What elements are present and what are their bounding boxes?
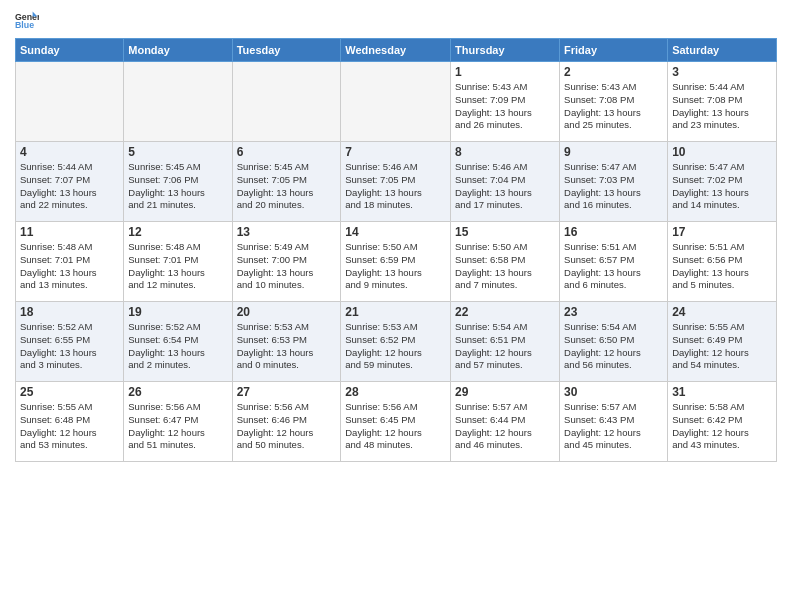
calendar-cell: 1Sunrise: 5:43 AM Sunset: 7:09 PM Daylig… bbox=[451, 62, 560, 142]
day-number: 21 bbox=[345, 305, 446, 319]
calendar-cell: 31Sunrise: 5:58 AM Sunset: 6:42 PM Dayli… bbox=[668, 382, 777, 462]
header: General Blue bbox=[15, 10, 777, 30]
day-info: Sunrise: 5:43 AM Sunset: 7:09 PM Dayligh… bbox=[455, 81, 555, 132]
calendar-week-1: 1Sunrise: 5:43 AM Sunset: 7:09 PM Daylig… bbox=[16, 62, 777, 142]
calendar-cell: 10Sunrise: 5:47 AM Sunset: 7:02 PM Dayli… bbox=[668, 142, 777, 222]
calendar-cell: 6Sunrise: 5:45 AM Sunset: 7:05 PM Daylig… bbox=[232, 142, 341, 222]
calendar-cell: 9Sunrise: 5:47 AM Sunset: 7:03 PM Daylig… bbox=[560, 142, 668, 222]
calendar-cell: 16Sunrise: 5:51 AM Sunset: 6:57 PM Dayli… bbox=[560, 222, 668, 302]
day-number: 17 bbox=[672, 225, 772, 239]
day-info: Sunrise: 5:45 AM Sunset: 7:05 PM Dayligh… bbox=[237, 161, 337, 212]
day-number: 9 bbox=[564, 145, 663, 159]
day-info: Sunrise: 5:52 AM Sunset: 6:54 PM Dayligh… bbox=[128, 321, 227, 372]
day-number: 18 bbox=[20, 305, 119, 319]
calendar-cell: 20Sunrise: 5:53 AM Sunset: 6:53 PM Dayli… bbox=[232, 302, 341, 382]
calendar-cell: 21Sunrise: 5:53 AM Sunset: 6:52 PM Dayli… bbox=[341, 302, 451, 382]
day-number: 28 bbox=[345, 385, 446, 399]
day-info: Sunrise: 5:55 AM Sunset: 6:49 PM Dayligh… bbox=[672, 321, 772, 372]
calendar-header-monday: Monday bbox=[124, 39, 232, 62]
day-info: Sunrise: 5:44 AM Sunset: 7:07 PM Dayligh… bbox=[20, 161, 119, 212]
calendar-header-thursday: Thursday bbox=[451, 39, 560, 62]
day-number: 31 bbox=[672, 385, 772, 399]
day-info: Sunrise: 5:56 AM Sunset: 6:47 PM Dayligh… bbox=[128, 401, 227, 452]
calendar-cell: 3Sunrise: 5:44 AM Sunset: 7:08 PM Daylig… bbox=[668, 62, 777, 142]
calendar-header-saturday: Saturday bbox=[668, 39, 777, 62]
day-number: 8 bbox=[455, 145, 555, 159]
calendar-cell: 7Sunrise: 5:46 AM Sunset: 7:05 PM Daylig… bbox=[341, 142, 451, 222]
day-number: 5 bbox=[128, 145, 227, 159]
day-number: 27 bbox=[237, 385, 337, 399]
calendar-header-row: SundayMondayTuesdayWednesdayThursdayFrid… bbox=[16, 39, 777, 62]
day-info: Sunrise: 5:48 AM Sunset: 7:01 PM Dayligh… bbox=[128, 241, 227, 292]
day-number: 23 bbox=[564, 305, 663, 319]
day-number: 20 bbox=[237, 305, 337, 319]
day-number: 29 bbox=[455, 385, 555, 399]
day-number: 15 bbox=[455, 225, 555, 239]
calendar-cell: 26Sunrise: 5:56 AM Sunset: 6:47 PM Dayli… bbox=[124, 382, 232, 462]
calendar-cell: 30Sunrise: 5:57 AM Sunset: 6:43 PM Dayli… bbox=[560, 382, 668, 462]
day-info: Sunrise: 5:49 AM Sunset: 7:00 PM Dayligh… bbox=[237, 241, 337, 292]
calendar-cell: 19Sunrise: 5:52 AM Sunset: 6:54 PM Dayli… bbox=[124, 302, 232, 382]
day-info: Sunrise: 5:54 AM Sunset: 6:50 PM Dayligh… bbox=[564, 321, 663, 372]
calendar-cell: 28Sunrise: 5:56 AM Sunset: 6:45 PM Dayli… bbox=[341, 382, 451, 462]
day-info: Sunrise: 5:57 AM Sunset: 6:44 PM Dayligh… bbox=[455, 401, 555, 452]
day-info: Sunrise: 5:47 AM Sunset: 7:02 PM Dayligh… bbox=[672, 161, 772, 212]
day-info: Sunrise: 5:47 AM Sunset: 7:03 PM Dayligh… bbox=[564, 161, 663, 212]
day-info: Sunrise: 5:52 AM Sunset: 6:55 PM Dayligh… bbox=[20, 321, 119, 372]
day-info: Sunrise: 5:46 AM Sunset: 7:05 PM Dayligh… bbox=[345, 161, 446, 212]
calendar-cell: 4Sunrise: 5:44 AM Sunset: 7:07 PM Daylig… bbox=[16, 142, 124, 222]
calendar-cell: 13Sunrise: 5:49 AM Sunset: 7:00 PM Dayli… bbox=[232, 222, 341, 302]
day-number: 19 bbox=[128, 305, 227, 319]
day-info: Sunrise: 5:55 AM Sunset: 6:48 PM Dayligh… bbox=[20, 401, 119, 452]
day-info: Sunrise: 5:51 AM Sunset: 6:57 PM Dayligh… bbox=[564, 241, 663, 292]
day-number: 13 bbox=[237, 225, 337, 239]
calendar-cell bbox=[124, 62, 232, 142]
day-number: 6 bbox=[237, 145, 337, 159]
calendar-cell: 27Sunrise: 5:56 AM Sunset: 6:46 PM Dayli… bbox=[232, 382, 341, 462]
day-number: 11 bbox=[20, 225, 119, 239]
day-number: 24 bbox=[672, 305, 772, 319]
calendar-week-2: 4Sunrise: 5:44 AM Sunset: 7:07 PM Daylig… bbox=[16, 142, 777, 222]
calendar-week-5: 25Sunrise: 5:55 AM Sunset: 6:48 PM Dayli… bbox=[16, 382, 777, 462]
calendar-cell: 24Sunrise: 5:55 AM Sunset: 6:49 PM Dayli… bbox=[668, 302, 777, 382]
day-info: Sunrise: 5:58 AM Sunset: 6:42 PM Dayligh… bbox=[672, 401, 772, 452]
calendar-cell: 12Sunrise: 5:48 AM Sunset: 7:01 PM Dayli… bbox=[124, 222, 232, 302]
calendar-cell: 25Sunrise: 5:55 AM Sunset: 6:48 PM Dayli… bbox=[16, 382, 124, 462]
calendar-week-3: 11Sunrise: 5:48 AM Sunset: 7:01 PM Dayli… bbox=[16, 222, 777, 302]
calendar-cell: 22Sunrise: 5:54 AM Sunset: 6:51 PM Dayli… bbox=[451, 302, 560, 382]
day-info: Sunrise: 5:43 AM Sunset: 7:08 PM Dayligh… bbox=[564, 81, 663, 132]
calendar-cell: 29Sunrise: 5:57 AM Sunset: 6:44 PM Dayli… bbox=[451, 382, 560, 462]
calendar-cell: 23Sunrise: 5:54 AM Sunset: 6:50 PM Dayli… bbox=[560, 302, 668, 382]
calendar-cell bbox=[341, 62, 451, 142]
calendar-table: SundayMondayTuesdayWednesdayThursdayFrid… bbox=[15, 38, 777, 462]
day-number: 7 bbox=[345, 145, 446, 159]
day-number: 12 bbox=[128, 225, 227, 239]
calendar-cell: 2Sunrise: 5:43 AM Sunset: 7:08 PM Daylig… bbox=[560, 62, 668, 142]
day-number: 22 bbox=[455, 305, 555, 319]
day-info: Sunrise: 5:56 AM Sunset: 6:45 PM Dayligh… bbox=[345, 401, 446, 452]
calendar-cell: 11Sunrise: 5:48 AM Sunset: 7:01 PM Dayli… bbox=[16, 222, 124, 302]
day-info: Sunrise: 5:48 AM Sunset: 7:01 PM Dayligh… bbox=[20, 241, 119, 292]
day-number: 26 bbox=[128, 385, 227, 399]
logo-icon: General Blue bbox=[15, 10, 39, 30]
day-info: Sunrise: 5:56 AM Sunset: 6:46 PM Dayligh… bbox=[237, 401, 337, 452]
day-info: Sunrise: 5:50 AM Sunset: 6:58 PM Dayligh… bbox=[455, 241, 555, 292]
calendar-cell: 14Sunrise: 5:50 AM Sunset: 6:59 PM Dayli… bbox=[341, 222, 451, 302]
day-info: Sunrise: 5:44 AM Sunset: 7:08 PM Dayligh… bbox=[672, 81, 772, 132]
calendar-header-sunday: Sunday bbox=[16, 39, 124, 62]
day-number: 10 bbox=[672, 145, 772, 159]
day-info: Sunrise: 5:54 AM Sunset: 6:51 PM Dayligh… bbox=[455, 321, 555, 372]
day-number: 2 bbox=[564, 65, 663, 79]
calendar-cell: 17Sunrise: 5:51 AM Sunset: 6:56 PM Dayli… bbox=[668, 222, 777, 302]
calendar-cell: 15Sunrise: 5:50 AM Sunset: 6:58 PM Dayli… bbox=[451, 222, 560, 302]
day-info: Sunrise: 5:45 AM Sunset: 7:06 PM Dayligh… bbox=[128, 161, 227, 212]
day-number: 14 bbox=[345, 225, 446, 239]
svg-text:Blue: Blue bbox=[15, 20, 34, 30]
calendar-cell bbox=[232, 62, 341, 142]
calendar-week-4: 18Sunrise: 5:52 AM Sunset: 6:55 PM Dayli… bbox=[16, 302, 777, 382]
calendar-header-friday: Friday bbox=[560, 39, 668, 62]
calendar-cell: 5Sunrise: 5:45 AM Sunset: 7:06 PM Daylig… bbox=[124, 142, 232, 222]
day-info: Sunrise: 5:46 AM Sunset: 7:04 PM Dayligh… bbox=[455, 161, 555, 212]
calendar-cell: 8Sunrise: 5:46 AM Sunset: 7:04 PM Daylig… bbox=[451, 142, 560, 222]
day-info: Sunrise: 5:53 AM Sunset: 6:52 PM Dayligh… bbox=[345, 321, 446, 372]
